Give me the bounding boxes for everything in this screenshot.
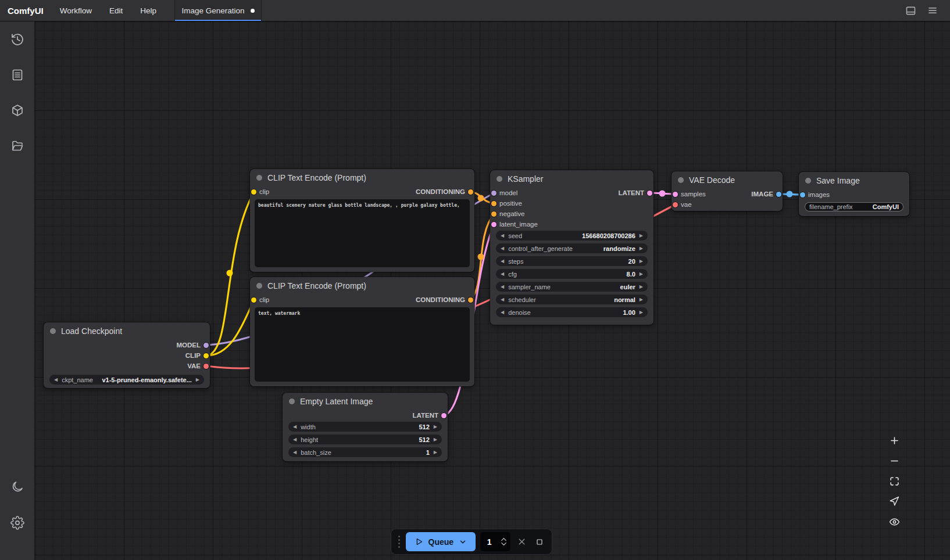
- widget-scheduler[interactable]: ◀ scheduler normal ▶: [496, 295, 648, 304]
- increment-arrow-icon[interactable]: ▶: [640, 259, 643, 264]
- node-save-image[interactable]: Save Image images filename_prefix ComfyU…: [799, 172, 909, 216]
- clear-queue-button[interactable]: [515, 535, 528, 549]
- widget-cfg[interactable]: ◀ cfg 8.0 ▶: [496, 269, 648, 279]
- decrement-arrow-icon[interactable]: ◀: [54, 378, 58, 382]
- node-title-bar[interactable]: CLIP Text Encode (Prompt): [250, 169, 474, 186]
- increment-arrow-icon[interactable]: ▶: [434, 437, 437, 442]
- node-ksampler[interactable]: KSampler model LATENT positive negative …: [490, 170, 653, 325]
- node-clip-text-encode-negative[interactable]: CLIP Text Encode (Prompt) clip CONDITION…: [250, 277, 474, 386]
- node-title-bar[interactable]: VAE Decode: [672, 171, 783, 189]
- latent-output-port[interactable]: [647, 191, 652, 196]
- node-title-bar[interactable]: Load Checkpoint: [44, 322, 210, 340]
- zoom-out-button[interactable]: [885, 451, 903, 470]
- increment-arrow-icon[interactable]: ▶: [640, 272, 643, 277]
- node-title: Load Checkpoint: [61, 326, 122, 336]
- decrement-arrow-icon[interactable]: ◀: [501, 310, 504, 315]
- widget-control-after-generate[interactable]: ◀ control_after_generate randomize ▶: [496, 243, 648, 253]
- vae-input-port[interactable]: [673, 202, 678, 207]
- toggle-bottom-panel-button[interactable]: [902, 2, 919, 19]
- increment-arrow-icon[interactable]: ▶: [640, 285, 643, 289]
- menu-workflow[interactable]: Workflow: [51, 0, 101, 21]
- stop-button[interactable]: [533, 535, 546, 549]
- widget-denoise[interactable]: ◀ denoise 1.00 ▶: [496, 307, 648, 317]
- widget-height[interactable]: ◀ height 512 ▶: [288, 435, 442, 444]
- model-output-port[interactable]: [203, 343, 209, 348]
- fit-view-button[interactable]: [885, 472, 903, 490]
- negative-input-port[interactable]: [491, 211, 497, 217]
- widget-value: 1.00: [623, 309, 635, 316]
- decrement-arrow-icon[interactable]: ◀: [501, 259, 504, 264]
- drag-handle-icon[interactable]: [397, 536, 401, 548]
- clip-input-port[interactable]: [251, 297, 256, 303]
- sidebar-item-logs[interactable]: [6, 63, 29, 87]
- main-menu-button[interactable]: [924, 2, 941, 19]
- node-title-bar[interactable]: Empty Latent Image: [283, 393, 448, 410]
- images-input-port[interactable]: [800, 192, 805, 198]
- tab-image-generation[interactable]: Image Generation: [174, 0, 262, 21]
- queue-button[interactable]: Queue: [406, 532, 476, 551]
- batch-count-spinner[interactable]: [501, 537, 507, 546]
- widget-seed[interactable]: ◀ seed 156680208700286 ▶: [496, 231, 648, 240]
- sidebar-item-history[interactable]: [6, 28, 29, 51]
- increment-arrow-icon[interactable]: ▶: [434, 425, 437, 429]
- widget-value: 20: [628, 258, 635, 265]
- widget-sampler-name[interactable]: ◀ sampler_name euler ▶: [496, 282, 648, 292]
- comfyui-logo[interactable]: ComfyUI: [0, 0, 51, 21]
- node-status-dot-icon: [497, 176, 502, 182]
- widget-width[interactable]: ◀ width 512 ▶: [288, 422, 442, 432]
- topbar-actions: [902, 0, 950, 21]
- node-vae-decode[interactable]: VAE Decode samples IMAGE vae: [672, 171, 783, 211]
- increment-arrow-icon[interactable]: ▶: [640, 234, 643, 238]
- decrement-arrow-icon[interactable]: ◀: [501, 246, 504, 251]
- chevron-down-icon: [459, 538, 467, 546]
- positive-prompt-textarea[interactable]: beautiful scenery nature glass bottle la…: [255, 199, 470, 267]
- increment-arrow-icon[interactable]: ▶: [640, 297, 643, 302]
- decrement-arrow-icon[interactable]: ◀: [293, 450, 297, 455]
- decrement-arrow-icon[interactable]: ◀: [293, 437, 297, 442]
- positive-input-port[interactable]: [491, 201, 497, 206]
- node-clip-text-encode-positive[interactable]: CLIP Text Encode (Prompt) clip CONDITION…: [250, 169, 474, 272]
- node-title-bar[interactable]: Save Image: [799, 172, 909, 189]
- decrement-arrow-icon[interactable]: ◀: [501, 234, 504, 238]
- node-empty-latent-image[interactable]: Empty Latent Image LATENT ◀ width 512 ▶ …: [283, 393, 448, 461]
- batch-count-input[interactable]: 1: [480, 532, 510, 551]
- decrement-arrow-icon[interactable]: ◀: [501, 285, 504, 289]
- samples-input-port[interactable]: [673, 192, 678, 197]
- node-title-bar[interactable]: CLIP Text Encode (Prompt): [250, 277, 474, 295]
- increment-arrow-icon[interactable]: ▶: [196, 378, 199, 382]
- select-mode-button[interactable]: [885, 492, 903, 511]
- widget-steps[interactable]: ◀ steps 20 ▶: [496, 256, 648, 266]
- widget-batch-size[interactable]: ◀ batch_size 1 ▶: [288, 447, 442, 457]
- latent-output-port[interactable]: [441, 413, 447, 418]
- decrement-arrow-icon[interactable]: ◀: [501, 272, 504, 277]
- conditioning-output-port[interactable]: [468, 297, 473, 303]
- latent-image-input-port[interactable]: [491, 222, 497, 227]
- sidebar-item-settings[interactable]: [6, 511, 29, 534]
- sidebar-item-model-library[interactable]: [6, 99, 29, 122]
- history-icon: [10, 33, 24, 46]
- model-input-port[interactable]: [491, 191, 497, 196]
- widget-filename-prefix[interactable]: filename_prefix ComfyUI: [805, 202, 903, 211]
- sidebar-item-theme-toggle[interactable]: [6, 475, 29, 498]
- increment-arrow-icon[interactable]: ▶: [434, 450, 437, 455]
- node-load-checkpoint[interactable]: Load Checkpoint MODEL CLIP VAE ◀ ckpt_na…: [44, 322, 210, 388]
- menu-help[interactable]: Help: [131, 0, 165, 21]
- negative-prompt-textarea[interactable]: text, watermark: [255, 307, 470, 382]
- increment-arrow-icon[interactable]: ▶: [640, 310, 643, 315]
- image-output-port[interactable]: [776, 192, 781, 197]
- increment-arrow-icon[interactable]: ▶: [640, 246, 643, 251]
- clip-output-port[interactable]: [203, 353, 209, 358]
- zoom-in-button[interactable]: [885, 431, 903, 450]
- vae-output-port[interactable]: [203, 364, 209, 369]
- toggle-link-visibility-button[interactable]: [885, 512, 903, 531]
- node-title-bar[interactable]: KSampler: [490, 170, 653, 188]
- menu-edit[interactable]: Edit: [101, 0, 131, 21]
- sidebar-item-workflows[interactable]: [6, 134, 29, 157]
- input-row-vae: vae: [672, 199, 783, 210]
- chevron-up-icon: [501, 537, 507, 541]
- widget-ckpt-name[interactable]: ◀ ckpt_name v1-5-pruned-emaonly.safete..…: [49, 375, 204, 385]
- decrement-arrow-icon[interactable]: ◀: [501, 297, 504, 302]
- decrement-arrow-icon[interactable]: ◀: [293, 425, 297, 429]
- clip-input-port[interactable]: [251, 189, 256, 195]
- conditioning-output-port[interactable]: [468, 189, 473, 195]
